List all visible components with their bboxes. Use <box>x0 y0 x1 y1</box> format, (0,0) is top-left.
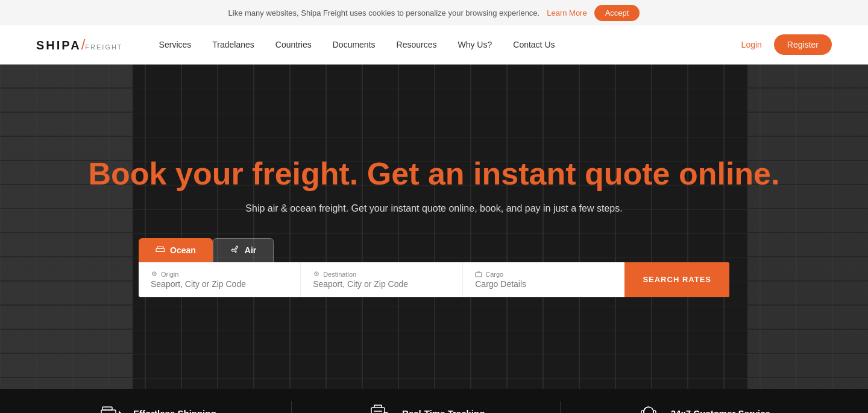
shipping-icon <box>98 400 125 414</box>
air-icon <box>230 245 240 256</box>
nav-links: Services Tradelanes Countries Documents … <box>159 40 741 49</box>
hero-subtitle: Ship air & ocean freight. Get your insta… <box>12 203 856 214</box>
search-widget: Ocean Air Origin <box>139 238 729 297</box>
nav-countries[interactable]: Countries <box>275 40 312 49</box>
navbar: SHIPA / FREIGHT Services Tradelanes Coun… <box>0 25 868 65</box>
svg-rect-9 <box>102 407 112 410</box>
logo-sub: FREIGHT <box>85 43 122 51</box>
accept-cookie-button[interactable]: Accept <box>594 5 640 21</box>
shipping-label: Effortless Shipping <box>133 408 216 414</box>
nav-why-us[interactable]: Why Us? <box>458 40 492 49</box>
learn-more-link[interactable]: Learn More <box>547 8 587 17</box>
cookie-message: Like many websites, Shipa Freight uses c… <box>228 8 540 17</box>
bottom-bar: Effortless Shipping Real-Time Tracking <box>0 389 868 413</box>
logo-brand: SHIPA <box>36 39 81 52</box>
feature-support: 24x7 Customer Service <box>635 400 770 414</box>
cookie-banner: Like many websites, Shipa Freight uses c… <box>0 0 868 25</box>
feature-shipping: Effortless Shipping <box>98 400 216 414</box>
logo-slash: / <box>81 36 86 53</box>
tracking-icon <box>366 400 394 414</box>
svg-rect-19 <box>641 411 644 413</box>
hero-title-highlight: instant quote online. <box>473 156 779 191</box>
nav-documents[interactable]: Documents <box>333 40 376 49</box>
cargo-input[interactable] <box>475 279 612 289</box>
destination-icon <box>313 271 320 278</box>
support-label: 24x7 Customer Service <box>671 408 770 414</box>
origin-input[interactable] <box>151 279 288 289</box>
login-link[interactable]: Login <box>741 40 762 49</box>
feature-tracking: Real-Time Tracking <box>366 400 485 414</box>
svg-rect-13 <box>371 408 385 413</box>
cargo-label: Cargo <box>485 271 503 278</box>
tab-ocean[interactable]: Ocean <box>139 238 213 262</box>
support-icon <box>635 400 662 414</box>
svg-rect-7 <box>476 273 482 277</box>
origin-label: Origin <box>161 271 178 278</box>
hero-section: Book your freight. Get an instant quote … <box>0 65 868 389</box>
tab-air-label: Air <box>245 245 256 255</box>
ocean-icon <box>156 244 165 256</box>
svg-rect-20 <box>653 411 656 413</box>
svg-point-6 <box>316 273 317 274</box>
tracking-label: Real-Time Tracking <box>402 408 485 414</box>
tab-air[interactable]: Air <box>213 238 274 262</box>
cargo-icon <box>475 271 482 278</box>
logo[interactable]: SHIPA / FREIGHT <box>36 36 123 53</box>
cargo-field: Cargo <box>463 262 624 297</box>
destination-field: Destination <box>301 262 463 297</box>
hero-title: Book your freight. Get an instant quote … <box>12 156 856 192</box>
origin-icon <box>151 271 158 278</box>
destination-input[interactable] <box>313 279 450 289</box>
svg-rect-0 <box>156 248 165 251</box>
nav-services[interactable]: Services <box>159 40 192 49</box>
destination-label: Destination <box>323 271 356 278</box>
register-button[interactable]: Register <box>774 34 832 55</box>
origin-field: Origin <box>139 262 301 297</box>
nav-tradelanes[interactable]: Tradelanes <box>212 40 254 49</box>
freight-tabs: Ocean Air <box>139 238 729 262</box>
svg-rect-1 <box>157 247 163 248</box>
divider-1 <box>291 401 292 413</box>
hero-content: Book your freight. Get an instant quote … <box>0 156 868 297</box>
tab-ocean-label: Ocean <box>170 245 196 255</box>
search-bar: Origin Destination Cargo <box>139 262 729 297</box>
svg-point-4 <box>154 273 155 274</box>
search-rates-button[interactable]: SEARCH RATES <box>624 262 729 297</box>
hero-title-plain: Book your freight. Get an <box>89 156 465 191</box>
nav-resources[interactable]: Resources <box>397 40 437 49</box>
nav-actions: Login Register <box>741 34 832 55</box>
divider-2 <box>560 401 561 413</box>
nav-contact-us[interactable]: Contact Us <box>513 40 555 49</box>
